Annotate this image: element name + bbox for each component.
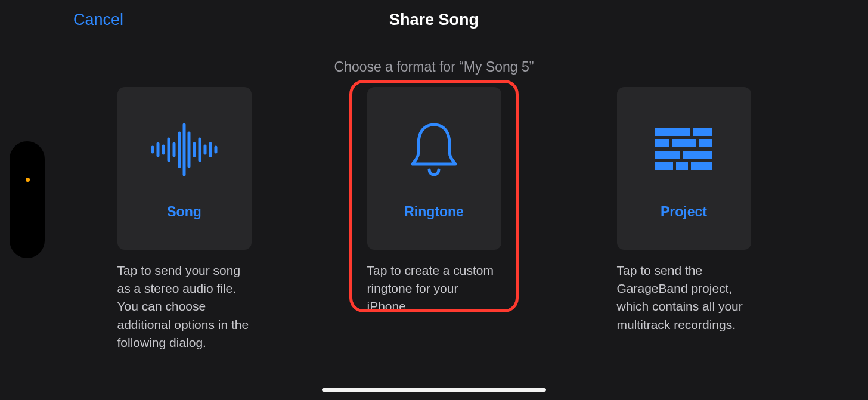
- svg-rect-19: [683, 151, 712, 159]
- project-label: Project: [661, 204, 707, 220]
- svg-rect-22: [691, 162, 712, 170]
- svg-rect-18: [655, 151, 680, 159]
- bell-icon: [398, 117, 470, 182]
- svg-rect-14: [693, 128, 712, 136]
- song-card[interactable]: Song: [117, 87, 252, 250]
- svg-rect-20: [655, 162, 673, 170]
- svg-rect-16: [672, 139, 696, 147]
- ringtone-card[interactable]: Ringtone: [367, 87, 501, 250]
- project-desc: Tap to send the GarageBand project, whic…: [617, 262, 751, 334]
- ringtone-label: Ringtone: [404, 204, 464, 220]
- option-project: Project Tap to send the GarageBand proje…: [617, 87, 751, 352]
- svg-rect-17: [699, 139, 712, 147]
- ringtone-desc: Tap to create a custom ringtone for your…: [367, 262, 501, 316]
- svg-rect-15: [655, 139, 669, 147]
- svg-rect-21: [676, 162, 688, 170]
- project-card[interactable]: Project: [617, 87, 751, 250]
- song-label: Song: [167, 204, 202, 220]
- page-title: Share Song: [0, 11, 868, 29]
- options-row: Song Tap to send your song as a stereo a…: [0, 87, 868, 352]
- waveform-icon: [148, 117, 220, 182]
- option-ringtone: Ringtone Tap to create a custom ringtone…: [367, 87, 501, 352]
- dynamic-island: [10, 141, 45, 258]
- subtitle: Choose a format for “My Song 5”: [0, 59, 868, 75]
- home-indicator[interactable]: [322, 388, 546, 392]
- song-desc: Tap to send your song as a stereo audio …: [117, 262, 252, 352]
- svg-rect-13: [655, 128, 690, 136]
- option-song: Song Tap to send your song as a stereo a…: [117, 87, 252, 352]
- tracks-icon: [648, 117, 720, 182]
